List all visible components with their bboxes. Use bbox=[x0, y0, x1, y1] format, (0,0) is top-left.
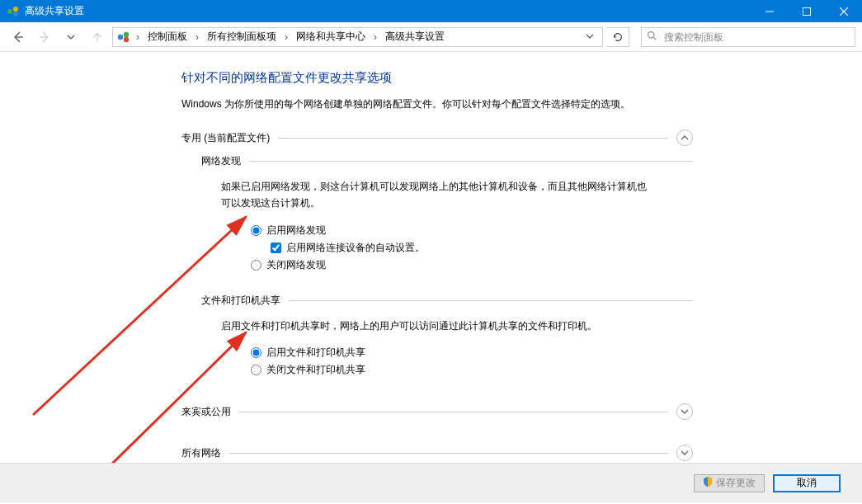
checkbox-auto-setup-devices[interactable]: 启用网络连接设备的自动设置。 bbox=[271, 241, 693, 255]
chevron-right-icon: › bbox=[134, 31, 141, 43]
chevron-right-icon: › bbox=[372, 31, 379, 43]
radio-label: 启用文件和打印机共享 bbox=[266, 346, 365, 360]
radio-label: 启用网络发现 bbox=[266, 224, 326, 238]
svg-rect-4 bbox=[803, 7, 810, 15]
divider bbox=[289, 300, 693, 301]
file-printer-header: 文件和打印机共享 bbox=[201, 294, 280, 308]
radio-input[interactable] bbox=[251, 365, 261, 375]
window-titlebar: 高级共享设置 bbox=[0, 0, 862, 22]
section-guest-label: 来宾或公用 bbox=[181, 405, 231, 419]
subsection-network-discovery: 网络发现 bbox=[201, 154, 693, 168]
svg-point-9 bbox=[118, 34, 123, 39]
chevron-up-icon[interactable] bbox=[676, 130, 693, 146]
file-printer-desc: 启用文件和打印机共享时，网络上的用户可以访问通过此计算机共享的文件和打印机。 bbox=[221, 318, 650, 334]
svg-point-12 bbox=[648, 31, 654, 37]
svg-line-13 bbox=[653, 37, 656, 40]
section-private[interactable]: 专用 (当前配置文件) bbox=[181, 130, 693, 146]
address-bar[interactable]: › 控制面板 › 所有控制面板项 › 网络和共享中心 › 高级共享设置 bbox=[112, 27, 603, 47]
subsection-file-printer-sharing: 文件和打印机共享 bbox=[201, 294, 693, 308]
window-title: 高级共享设置 bbox=[25, 4, 84, 18]
svg-point-1 bbox=[13, 7, 18, 12]
cancel-button[interactable]: 取消 bbox=[773, 474, 841, 492]
radio-label: 关闭文件和打印机共享 bbox=[266, 363, 365, 377]
control-panel-icon bbox=[116, 30, 131, 45]
section-all-networks[interactable]: 所有网络 bbox=[181, 445, 693, 461]
nav-forward-button[interactable] bbox=[33, 26, 56, 49]
save-label: 保存更改 bbox=[716, 476, 756, 490]
svg-point-10 bbox=[124, 31, 129, 36]
radio-input[interactable] bbox=[251, 260, 261, 271]
divider bbox=[278, 138, 668, 139]
svg-point-11 bbox=[124, 36, 129, 41]
radio-enable-network-discovery[interactable]: 启用网络发现 bbox=[251, 224, 693, 238]
radio-input[interactable] bbox=[251, 347, 261, 358]
close-button[interactable] bbox=[825, 0, 862, 22]
shield-icon bbox=[703, 477, 713, 489]
radio-input[interactable] bbox=[251, 225, 261, 236]
chevron-right-icon: › bbox=[194, 31, 200, 43]
chevron-down-icon[interactable] bbox=[676, 403, 693, 420]
radio-enable-file-printer-sharing[interactable]: 启用文件和打印机共享 bbox=[251, 346, 693, 360]
divider bbox=[229, 453, 668, 454]
search-icon bbox=[647, 31, 657, 44]
svg-point-2 bbox=[13, 12, 18, 16]
search-input[interactable] bbox=[662, 31, 850, 44]
page-subtitle: Windows 为你所使用的每个网络创建单独的网络配置文件。你可以针对每个配置文… bbox=[181, 97, 693, 111]
app-icon bbox=[7, 5, 20, 18]
breadcrumb-network-center[interactable]: 网络和共享中心 bbox=[293, 30, 369, 44]
address-dropdown-icon[interactable] bbox=[581, 31, 599, 43]
network-discovery-header: 网络发现 bbox=[201, 154, 241, 168]
section-all-label: 所有网络 bbox=[181, 446, 221, 460]
chevron-right-icon: › bbox=[283, 31, 290, 43]
navigation-bar: › 控制面板 › 所有控制面板项 › 网络和共享中心 › 高级共享设置 bbox=[0, 22, 862, 52]
section-private-label: 专用 (当前配置文件) bbox=[181, 131, 270, 145]
svg-point-0 bbox=[7, 9, 12, 14]
footer-bar: 保存更改 取消 bbox=[0, 463, 862, 502]
radio-disable-file-printer-sharing[interactable]: 关闭文件和打印机共享 bbox=[251, 363, 693, 377]
save-changes-button[interactable]: 保存更改 bbox=[694, 474, 765, 492]
radio-disable-network-discovery[interactable]: 关闭网络发现 bbox=[251, 258, 693, 272]
divider bbox=[249, 161, 693, 162]
page-title: 针对不同的网络配置文件更改共享选项 bbox=[181, 70, 693, 86]
network-discovery-desc: 如果已启用网络发现，则这台计算机可以发现网络上的其他计算机和设备，而且其他网络计… bbox=[221, 178, 650, 212]
radio-label: 关闭网络发现 bbox=[266, 258, 326, 272]
cancel-label: 取消 bbox=[797, 476, 817, 490]
minimize-button[interactable] bbox=[751, 0, 788, 22]
section-guest-public[interactable]: 来宾或公用 bbox=[181, 403, 693, 420]
checkbox-input[interactable] bbox=[271, 243, 281, 253]
checkbox-label: 启用网络连接设备的自动设置。 bbox=[286, 241, 425, 255]
chevron-down-icon[interactable] bbox=[676, 445, 693, 461]
nav-history-dropdown[interactable] bbox=[59, 26, 82, 49]
nav-back-button[interactable] bbox=[7, 26, 30, 49]
maximize-button[interactable] bbox=[788, 0, 825, 22]
search-box[interactable] bbox=[641, 27, 855, 47]
content-area: 针对不同的网络配置文件更改共享选项 Windows 为你所使用的每个网络创建单独… bbox=[181, 70, 693, 461]
nav-up-button[interactable] bbox=[86, 26, 109, 49]
divider bbox=[239, 412, 668, 412]
breadcrumb-advanced-sharing[interactable]: 高级共享设置 bbox=[382, 30, 448, 44]
breadcrumb-all-items[interactable]: 所有控制面板项 bbox=[204, 30, 280, 44]
breadcrumb-control-panel[interactable]: 控制面板 bbox=[144, 30, 191, 44]
refresh-button[interactable] bbox=[606, 27, 629, 47]
